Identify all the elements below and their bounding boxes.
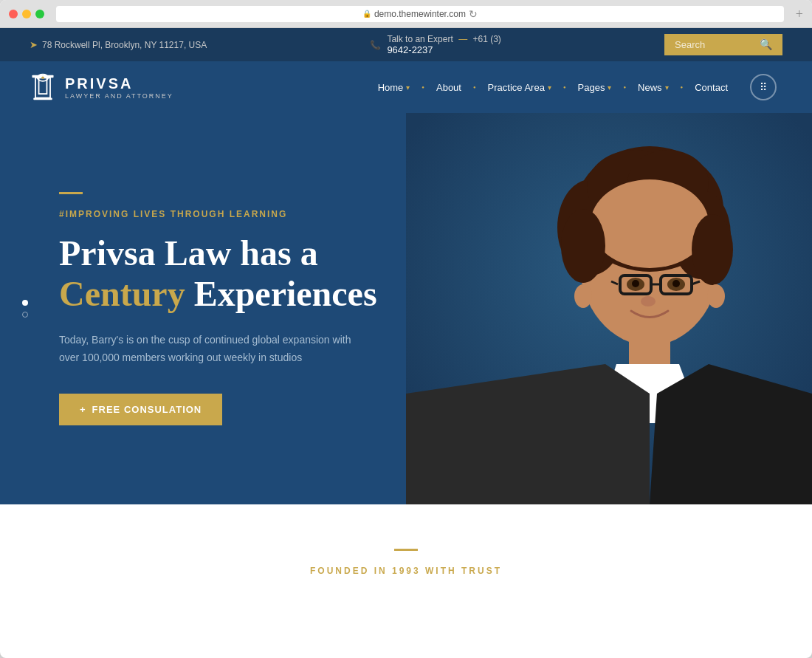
search-input[interactable] bbox=[675, 39, 754, 50]
cta-button[interactable]: + FREE CONSULATION bbox=[59, 394, 222, 425]
news-dropdown-icon: ▾ bbox=[665, 83, 669, 92]
maximize-button[interactable] bbox=[35, 10, 44, 18]
nav-item-contact[interactable]: Contact bbox=[684, 61, 738, 113]
nav-separator-1: ● bbox=[422, 85, 424, 89]
phone-icon: 📞 bbox=[370, 40, 381, 50]
home-dropdown-icon: ▾ bbox=[406, 83, 410, 92]
svg-rect-16 bbox=[629, 331, 670, 368]
grid-icon: ⠿ bbox=[760, 81, 767, 93]
search-box[interactable]: 🔍 bbox=[664, 34, 782, 55]
logo[interactable]: PRIVSA LAWYER AND ATTORNEY bbox=[30, 72, 173, 102]
below-hero-section: FOUNDED IN 1993 WITH TRUST bbox=[0, 504, 812, 620]
svg-point-13 bbox=[591, 179, 709, 268]
reload-button[interactable]: ↻ bbox=[469, 8, 478, 20]
practice-dropdown-icon: ▾ bbox=[548, 83, 551, 92]
svg-point-34 bbox=[707, 284, 725, 308]
person-figure bbox=[406, 113, 812, 504]
nav-separator-2: ● bbox=[473, 85, 476, 89]
nav-separator-5: ● bbox=[681, 85, 684, 89]
cta-label: FREE CONSULATION bbox=[92, 404, 202, 415]
close-button[interactable] bbox=[9, 10, 18, 18]
person-svg bbox=[406, 113, 812, 504]
svg-point-33 bbox=[574, 284, 592, 308]
address-bar[interactable]: 🔒 demo.themewinter.com ↻ bbox=[56, 6, 784, 22]
browser-chrome: 🔒 demo.themewinter.com ↻ + bbox=[0, 0, 812, 28]
phone-number: 9642-2237 bbox=[387, 44, 500, 55]
browser-window: 🔒 demo.themewinter.com ↻ + ➤ 78 Rockwell… bbox=[0, 0, 812, 658]
slide-dot-2[interactable] bbox=[22, 312, 28, 318]
site-content: ➤ 78 Rockwell Pl, Brooklyn, NY 11217, US… bbox=[0, 28, 812, 620]
hero-description: Today, Barry's is on the cusp of continu… bbox=[59, 332, 369, 367]
phone-dash: — bbox=[458, 34, 467, 44]
search-icon[interactable]: 🔍 bbox=[760, 38, 772, 51]
brand-tagline: LAWYER AND ATTORNEY bbox=[65, 92, 173, 100]
phone-info: Talk to an Expert — +61 (3) 9642-2237 bbox=[387, 34, 500, 55]
nav-separator-4: ● bbox=[623, 85, 626, 89]
hero-tagline: #IMPROVING LIVES THROUGH LEARNING bbox=[59, 209, 377, 219]
hero-image bbox=[406, 113, 812, 504]
hero-content: #IMPROVING LIVES THROUGH LEARNING Privsa… bbox=[0, 148, 436, 470]
phone-section: 📞 Talk to an Expert — +61 (3) 9642-2237 bbox=[370, 34, 500, 55]
address-text: 78 Rockwell Pl, Brooklyn, NY 11217, USA bbox=[42, 40, 207, 50]
talk-label: Talk to an Expert — +61 (3) bbox=[387, 34, 500, 44]
slide-dot-1[interactable] bbox=[22, 300, 28, 306]
hero-title-line1: Privsa Law has a bbox=[59, 233, 318, 273]
hero-section: #IMPROVING LIVES THROUGH LEARNING Privsa… bbox=[0, 113, 812, 504]
svg-point-29 bbox=[672, 280, 680, 287]
cta-plus-icon: + bbox=[80, 404, 86, 415]
nav-item-practice[interactable]: Practice Area ▾ bbox=[478, 61, 562, 113]
nav-separator-3: ● bbox=[563, 85, 566, 89]
nav-item-about[interactable]: About bbox=[426, 61, 472, 113]
traffic-lights bbox=[9, 10, 44, 18]
top-bar: ➤ 78 Rockwell Pl, Brooklyn, NY 11217, US… bbox=[0, 28, 812, 61]
svg-point-14 bbox=[561, 209, 605, 283]
hero-divider bbox=[59, 192, 83, 194]
hero-title-gold: Century bbox=[59, 274, 185, 313]
nav-list: Home ▾ ● About ● Practice Area ▾ ● Pages bbox=[368, 61, 782, 113]
main-nav: Home ▾ ● About ● Practice Area ▾ ● Pages bbox=[368, 61, 782, 113]
new-tab-button[interactable]: + bbox=[796, 7, 803, 21]
location-icon: ➤ bbox=[30, 39, 38, 50]
below-divider bbox=[394, 549, 418, 551]
svg-point-30 bbox=[641, 296, 656, 306]
svg-point-28 bbox=[632, 280, 639, 287]
apps-menu-button[interactable]: ⠿ bbox=[750, 74, 777, 100]
minimize-button[interactable] bbox=[22, 10, 31, 18]
nav-item-news[interactable]: News ▾ bbox=[627, 61, 679, 113]
address-section: ➤ 78 Rockwell Pl, Brooklyn, NY 11217, US… bbox=[30, 39, 207, 50]
lock-icon: 🔒 bbox=[362, 10, 371, 18]
hero-title: Privsa Law has a Century Experiences bbox=[59, 233, 377, 314]
below-tagline: FOUNDED IN 1993 WITH TRUST bbox=[30, 566, 782, 576]
svg-point-15 bbox=[692, 214, 733, 285]
logo-text: PRIVSA LAWYER AND ATTORNEY bbox=[65, 75, 173, 100]
hero-title-experiences: Experiences bbox=[194, 274, 377, 313]
header: PRIVSA LAWYER AND ATTORNEY Home ▾ ● Abou… bbox=[0, 61, 812, 113]
nav-item-home[interactable]: Home ▾ bbox=[368, 61, 421, 113]
slide-indicators bbox=[22, 300, 28, 318]
brand-name: PRIVSA bbox=[65, 75, 173, 92]
url-text: demo.themewinter.com bbox=[374, 9, 466, 19]
nav-item-pages[interactable]: Pages ▾ bbox=[568, 61, 622, 113]
svg-point-5 bbox=[41, 76, 44, 79]
search-section: 🔍 bbox=[664, 34, 782, 55]
pages-dropdown-icon: ▾ bbox=[608, 83, 611, 92]
logo-icon bbox=[30, 72, 56, 102]
